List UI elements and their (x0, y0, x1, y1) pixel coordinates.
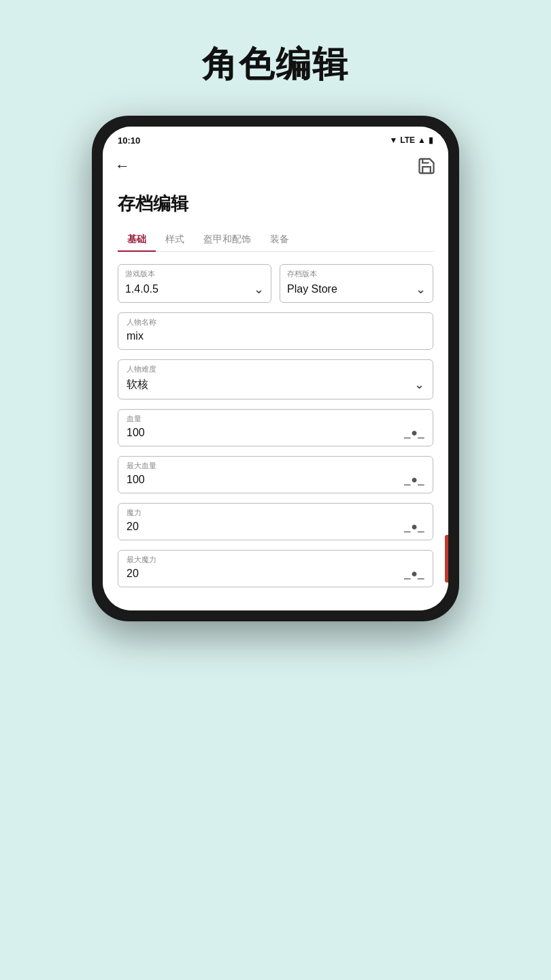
character-difficulty-value: 软核 (127, 378, 148, 392)
battery-icon: ▮ (429, 135, 433, 145)
max-mana-value: 20 (127, 568, 139, 580)
status-icons: ▼ LTE ▲ ▮ (389, 135, 433, 145)
version-row: 游戏版本 1.4.0.5 ⌄ 存档版本 Play Store ⌄ (118, 264, 433, 303)
main-content: 存档编辑 基础 样式 盔甲和配饰 装备 游戏版本 1.4.0.5 ⌄ 存档版 (103, 181, 448, 610)
tabs-bar: 基础 样式 盔甲和配饰 装备 (118, 228, 433, 252)
max-mana-label: 最大魔力 (127, 555, 424, 565)
character-difficulty-label: 人物难度 (127, 364, 424, 374)
phone-frame: 10:10 ▼ LTE ▲ ▮ ← 存档编辑 基础 样式 (92, 116, 459, 621)
character-name-field[interactable]: 人物名称 mix (118, 312, 433, 350)
character-difficulty-field[interactable]: 人物难度 软核 ⌄ (118, 359, 433, 399)
max-health-value: 100 (127, 474, 145, 486)
side-indicator (445, 535, 448, 583)
save-version-value: Play Store (287, 283, 337, 295)
health-value: 100 (127, 427, 145, 439)
top-bar: ← (103, 151, 448, 181)
max-health-stepper-icon[interactable]: ⎯●⎯ (404, 474, 424, 486)
mana-label: 魔力 (127, 508, 424, 518)
tab-basics[interactable]: 基础 (118, 228, 156, 251)
character-difficulty-dropdown[interactable]: 软核 ⌄ (127, 377, 424, 392)
character-name-value: mix (127, 330, 424, 342)
health-stepper-icon[interactable]: ⎯●⎯ (404, 427, 424, 439)
chevron-down-icon-3: ⌄ (414, 377, 424, 392)
signal-icon: ▲ (418, 135, 426, 145)
chevron-down-icon-2: ⌄ (416, 282, 426, 297)
max-mana-control: 20 ⎯●⎯ (127, 568, 424, 580)
mana-stepper-icon[interactable]: ⎯●⎯ (404, 521, 424, 533)
status-time: 10:10 (118, 135, 140, 146)
health-label: 血量 (127, 414, 424, 424)
wifi-icon: ▼ (389, 135, 397, 145)
tab-equipment[interactable]: 装备 (261, 228, 299, 251)
phone-screen: 10:10 ▼ LTE ▲ ▮ ← 存档编辑 基础 样式 (103, 127, 448, 610)
tab-style[interactable]: 样式 (156, 228, 194, 251)
mana-control: 20 ⎯●⎯ (127, 521, 424, 533)
game-version-dropdown[interactable]: 1.4.0.5 ⌄ (125, 282, 264, 297)
max-mana-field: 最大魔力 20 ⎯●⎯ (118, 550, 433, 587)
character-name-label: 人物名称 (127, 317, 424, 327)
chevron-down-icon: ⌄ (254, 282, 264, 297)
max-mana-stepper-icon[interactable]: ⎯●⎯ (404, 568, 424, 580)
save-button[interactable] (417, 157, 436, 176)
save-version-field[interactable]: 存档版本 Play Store ⌄ (280, 264, 433, 303)
save-version-label: 存档版本 (287, 269, 426, 279)
game-version-label: 游戏版本 (125, 269, 264, 279)
status-bar: 10:10 ▼ LTE ▲ ▮ (103, 127, 448, 151)
back-button[interactable]: ← (115, 157, 130, 175)
section-title: 存档编辑 (118, 192, 433, 216)
save-version-dropdown[interactable]: Play Store ⌄ (287, 282, 426, 297)
game-version-field[interactable]: 游戏版本 1.4.0.5 ⌄ (118, 264, 271, 303)
network-label: LTE (400, 135, 415, 145)
page-title: 角色编辑 (202, 41, 349, 88)
tab-armor[interactable]: 盔甲和配饰 (194, 228, 261, 251)
mana-field: 魔力 20 ⎯●⎯ (118, 503, 433, 540)
health-field: 血量 100 ⎯●⎯ (118, 409, 433, 446)
mana-value: 20 (127, 521, 139, 533)
health-control: 100 ⎯●⎯ (127, 427, 424, 439)
max-health-control: 100 ⎯●⎯ (127, 474, 424, 486)
game-version-value: 1.4.0.5 (125, 283, 158, 295)
max-health-field: 最大血量 100 ⎯●⎯ (118, 456, 433, 493)
max-health-label: 最大血量 (127, 461, 424, 471)
